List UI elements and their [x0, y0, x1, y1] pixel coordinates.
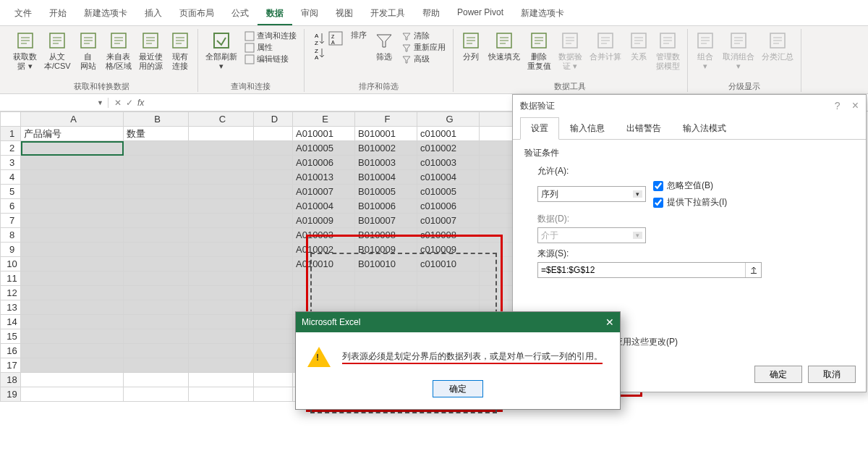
cell-r10-c6[interactable]: B010010	[355, 257, 417, 271]
cell-r13-c3[interactable]	[189, 300, 254, 315]
cancel-button[interactable]: 取消	[808, 366, 856, 383]
cell-r7-c1[interactable]	[21, 214, 124, 228]
cell-r17-c3[interactable]	[189, 358, 254, 373]
ribbon-tab-9[interactable]: 开发工具	[362, 3, 414, 25]
fx-icon[interactable]: fx	[137, 98, 144, 108]
refresh-all-button[interactable]: 全部刷新 ▾	[203, 29, 240, 72]
cell-r6-c3[interactable]	[189, 199, 254, 214]
ribbon-tab-3[interactable]: 插入	[136, 3, 171, 25]
get-data-btn-3[interactable]: 来自表 格/区域	[103, 29, 135, 72]
cell-r3-c1[interactable]	[21, 156, 124, 170]
cell-r18-c4[interactable]	[254, 373, 293, 387]
ribbon-tab-6[interactable]: 数据	[258, 3, 292, 25]
row-header-7[interactable]: 7	[1, 214, 21, 228]
cell-r15-c3[interactable]	[189, 329, 254, 344]
cell-r16-c3[interactable]	[189, 344, 254, 358]
cell-r18-c1[interactable]	[21, 373, 124, 387]
cell-r19-c2[interactable]	[124, 387, 189, 402]
cell-r1-c3[interactable]	[189, 127, 254, 141]
cell-r3-c2[interactable]	[124, 156, 189, 170]
ok-button[interactable]: 确定	[754, 366, 802, 383]
sort-button[interactable]: 排序	[348, 29, 370, 41]
name-box-dropdown-icon[interactable]: ▼	[97, 99, 103, 106]
cell-r6-c6[interactable]: B010006	[355, 199, 417, 214]
cell-r6-c2[interactable]	[124, 199, 189, 214]
cell-r13-c4[interactable]	[254, 300, 293, 315]
cell-r1-c6[interactable]: B010001	[355, 127, 417, 141]
cell-r1-c2[interactable]: 数量	[124, 127, 189, 141]
col-header-A[interactable]: A	[21, 112, 124, 127]
ribbon-tab-10[interactable]: 帮助	[414, 3, 448, 25]
col-header-D[interactable]: D	[254, 112, 293, 127]
datatool-btn-1[interactable]: 快速填充	[485, 29, 523, 63]
row-header-16[interactable]: 16	[1, 344, 21, 358]
ignore-blank-checkbox[interactable]: 忽略空值(B)	[653, 180, 727, 192]
cell-r16-c4[interactable]	[254, 344, 293, 358]
cell-r9-c5[interactable]: A010002	[293, 243, 355, 257]
cell-r3-c3[interactable]	[189, 156, 254, 170]
cell-r3-c6[interactable]: B010003	[355, 156, 417, 170]
cell-r7-c2[interactable]	[124, 214, 189, 228]
cell-r12-c6[interactable]	[355, 286, 417, 300]
cell-r11-c5[interactable]	[293, 271, 355, 286]
cell-r9-c1[interactable]	[21, 243, 124, 257]
cell-r5-c6[interactable]: B010005	[355, 185, 417, 199]
cell-r18-c2[interactable]	[124, 373, 189, 387]
row-header-1[interactable]: 1	[1, 127, 21, 141]
cell-r9-c7[interactable]: c010009	[417, 243, 480, 257]
cell-r8-c4[interactable]	[254, 228, 293, 243]
filter-side-0[interactable]: 清除	[401, 30, 446, 41]
dv-tab-1[interactable]: 输入信息	[559, 117, 616, 140]
cell-r2-c7[interactable]: c010002	[417, 141, 480, 156]
select-all-corner[interactable]	[1, 112, 21, 127]
cell-r11-c4[interactable]	[254, 271, 293, 286]
filter-button[interactable]: 筛选	[371, 29, 397, 63]
cell-r5-c1[interactable]	[21, 185, 124, 199]
cell-r11-c1[interactable]	[21, 271, 124, 286]
cell-r2-c4[interactable]	[254, 141, 293, 156]
row-header-8[interactable]: 8	[1, 228, 21, 243]
cell-r3-c4[interactable]	[254, 156, 293, 170]
row-header-15[interactable]: 15	[1, 329, 21, 344]
get-data-btn-5[interactable]: 现有 连接	[167, 29, 193, 72]
row-header-5[interactable]: 5	[1, 185, 21, 199]
cell-r17-c2[interactable]	[124, 358, 189, 373]
cell-r17-c4[interactable]	[254, 358, 293, 373]
error-close-icon[interactable]: ✕	[605, 316, 614, 328]
get-data-btn-2[interactable]: 自 网站	[75, 29, 101, 72]
name-box[interactable]: ▼	[0, 98, 109, 108]
cell-r2-c3[interactable]	[189, 141, 254, 156]
query-side-1[interactable]: 属性	[244, 42, 297, 53]
cell-r10-c1[interactable]	[21, 257, 124, 271]
query-side-2[interactable]: 编辑链接	[244, 54, 297, 64]
ribbon-tab-2[interactable]: 新建选项卡	[75, 3, 136, 25]
cell-r15-c2[interactable]	[124, 329, 189, 344]
cell-r9-c6[interactable]: B010009	[355, 243, 417, 257]
dv-tab-2[interactable]: 出错警告	[616, 117, 672, 140]
dialog-help-icon[interactable]: ?	[835, 100, 841, 111]
sort-dialog-icon[interactable]: ZA	[328, 30, 344, 46]
cell-r15-c4[interactable]	[254, 329, 293, 344]
dialog-close-icon[interactable]: ×	[852, 99, 859, 112]
cell-r19-c3[interactable]	[189, 387, 254, 402]
cell-r8-c7[interactable]: c010008	[417, 228, 480, 243]
filter-side-1[interactable]: 重新应用	[401, 42, 446, 53]
range-selector-button[interactable]	[745, 263, 761, 277]
cell-r10-c7[interactable]: c010010	[417, 257, 480, 271]
cell-r5-c3[interactable]	[189, 185, 254, 199]
cell-r11-c3[interactable]	[189, 271, 254, 286]
cell-r10-c4[interactable]	[254, 257, 293, 271]
cell-r8-c3[interactable]	[189, 228, 254, 243]
cell-r2-c5[interactable]: A010005	[293, 141, 355, 156]
cell-r8-c2[interactable]	[124, 228, 189, 243]
ribbon-tab-8[interactable]: 视图	[327, 3, 362, 25]
cell-r5-c4[interactable]	[254, 185, 293, 199]
cell-r7-c7[interactable]: c010007	[417, 214, 480, 228]
cell-r1-c7[interactable]: c010001	[417, 127, 480, 141]
cell-r19-c1[interactable]	[21, 387, 124, 402]
cell-r10-c2[interactable]	[124, 257, 189, 271]
cell-r2-c6[interactable]: B010002	[355, 141, 417, 156]
row-header-17[interactable]: 17	[1, 358, 21, 373]
cell-r12-c1[interactable]	[21, 286, 124, 300]
cell-r9-c2[interactable]	[124, 243, 189, 257]
